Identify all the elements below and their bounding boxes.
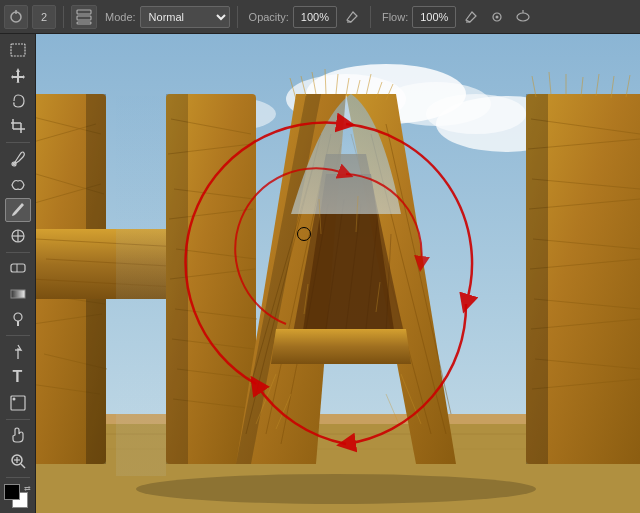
separator-2 [237, 6, 238, 28]
mode-label: Mode: [105, 11, 136, 23]
svg-rect-11 [11, 44, 25, 56]
separator-1 [63, 6, 64, 28]
tablet-pressure-icon[interactable] [512, 6, 534, 28]
flow-pen-icon[interactable] [460, 6, 482, 28]
svg-point-129 [136, 474, 536, 504]
tool-brush[interactable] [5, 198, 31, 222]
sep-2 [6, 252, 30, 253]
separator-3 [370, 6, 371, 28]
svg-line-30 [21, 464, 25, 468]
color-swatches[interactable]: ⇄ [4, 484, 32, 509]
brush-preset-picker[interactable] [4, 5, 28, 29]
tool-gradient[interactable] [5, 282, 31, 306]
svg-point-9 [517, 13, 529, 21]
opacity-input[interactable] [293, 6, 337, 28]
tool-text[interactable]: T [5, 366, 31, 390]
brush-size-input[interactable]: 2 [32, 5, 56, 29]
sep-3 [6, 335, 30, 336]
tool-lasso[interactable] [5, 89, 31, 113]
svg-marker-12 [11, 68, 25, 83]
tool-move[interactable] [5, 64, 31, 88]
airbrush-icon[interactable] [486, 6, 508, 28]
tool-crop[interactable] [5, 115, 31, 139]
svg-rect-2 [77, 10, 91, 14]
svg-rect-23 [11, 290, 25, 298]
top-toolbar: 2 Mode: Normal Multiply Screen Overlay O… [0, 0, 640, 34]
svg-rect-128 [116, 96, 166, 476]
svg-rect-3 [77, 16, 91, 20]
svg-rect-72 [166, 94, 188, 464]
main-area: T ⇄ [0, 34, 640, 513]
opacity-pen-icon[interactable] [341, 6, 363, 28]
svg-rect-21 [11, 264, 25, 272]
sep-4 [6, 419, 30, 420]
flow-label: Flow: [382, 11, 408, 23]
tool-shape[interactable] [5, 391, 31, 415]
foreground-color-swatch[interactable] [4, 484, 20, 500]
brush-options-btn[interactable] [71, 5, 97, 29]
tool-pen[interactable] [5, 340, 31, 364]
svg-rect-102 [526, 94, 548, 464]
tool-eyedropper[interactable] [5, 147, 31, 171]
flow-input[interactable] [412, 6, 456, 28]
svg-point-8 [496, 15, 499, 18]
toolbox: T ⇄ [0, 34, 36, 513]
canvas-area[interactable] [36, 34, 640, 513]
tool-clone[interactable] [5, 224, 31, 248]
svg-rect-4 [77, 22, 91, 24]
opacity-label: Opacity: [249, 11, 289, 23]
tool-healing[interactable] [5, 173, 31, 197]
svg-marker-90 [271, 329, 411, 364]
tool-dodge[interactable] [5, 308, 31, 332]
tool-marquee[interactable] [5, 38, 31, 62]
tool-zoom[interactable] [5, 449, 31, 473]
sep-5 [6, 477, 30, 478]
svg-point-24 [14, 313, 22, 321]
swap-colors-icon[interactable]: ⇄ [24, 484, 31, 493]
svg-point-28 [12, 398, 15, 401]
mode-select[interactable]: Normal Multiply Screen Overlay [140, 6, 230, 28]
svg-point-38 [426, 94, 526, 134]
sep-1 [6, 142, 30, 143]
tool-eraser[interactable] [5, 257, 31, 281]
tool-hand[interactable] [5, 424, 31, 448]
